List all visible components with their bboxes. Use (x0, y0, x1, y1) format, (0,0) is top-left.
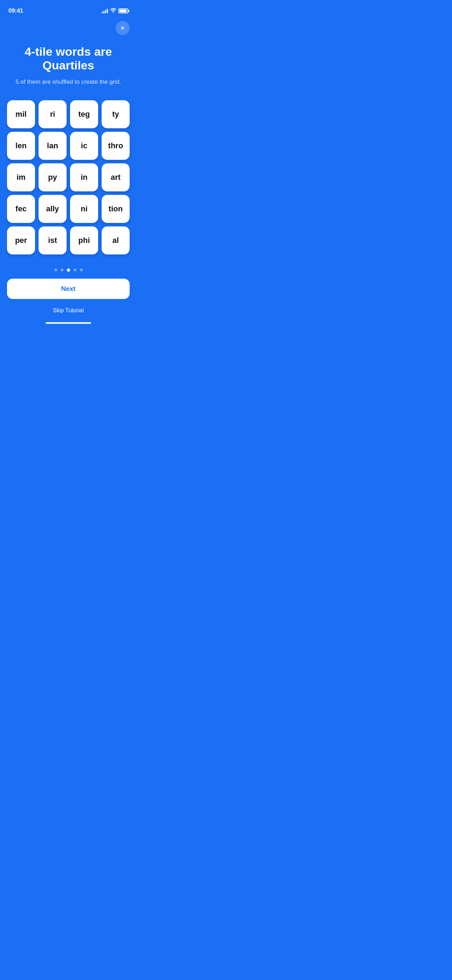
tile-grid: milritegtylenlanicthroimpyinartfecallyni… (7, 100, 130, 255)
tile-9[interactable]: im (7, 163, 35, 191)
signal-icon (102, 8, 108, 13)
tile-13[interactable]: fec (7, 195, 35, 223)
tile-19[interactable]: phi (70, 226, 98, 255)
tile-10[interactable]: py (38, 163, 67, 191)
tile-2[interactable]: ri (38, 100, 67, 128)
tile-4[interactable]: ty (102, 100, 130, 128)
tile-14[interactable]: ally (38, 195, 67, 223)
tile-7[interactable]: ic (70, 132, 98, 160)
tile-20[interactable]: al (102, 226, 130, 255)
status-time: 09:41 (8, 7, 23, 14)
tile-15[interactable]: ni (70, 195, 98, 223)
pagination (54, 269, 83, 272)
bottom-section: Next Skip Tutorial (0, 278, 137, 341)
pagination-dot-2[interactable] (67, 269, 70, 272)
tile-1[interactable]: mil (7, 100, 35, 128)
tile-8[interactable]: thro (102, 132, 130, 160)
battery-icon (118, 8, 128, 13)
pagination-dot-1[interactable] (60, 269, 64, 271)
status-bar: 09:41 (0, 0, 137, 17)
pagination-dot-4[interactable] (80, 269, 83, 271)
tile-16[interactable]: tion (102, 195, 130, 223)
tile-18[interactable]: ist (38, 226, 67, 255)
next-button[interactable]: Next (7, 278, 130, 299)
tile-5[interactable]: len (7, 132, 35, 160)
tile-3[interactable]: teg (70, 100, 98, 128)
main-title: 4-tile words are Quartiles (7, 45, 130, 72)
main-content: 4-tile words are Quartiles 5 of them are… (0, 17, 137, 269)
title-section: 4-tile words are Quartiles 5 of them are… (7, 45, 130, 86)
status-icons (102, 8, 128, 14)
pagination-dot-3[interactable] (73, 269, 76, 271)
tile-11[interactable]: in (70, 163, 98, 191)
tile-6[interactable]: lan (38, 132, 67, 160)
subtitle: 5 of them are shuffled to create the gri… (7, 78, 130, 86)
wifi-icon (110, 8, 116, 14)
close-button[interactable]: × (116, 21, 130, 35)
home-indicator (46, 322, 91, 324)
tile-17[interactable]: per (7, 226, 35, 255)
pagination-dot-0[interactable] (54, 269, 57, 271)
tile-12[interactable]: art (102, 163, 130, 191)
skip-tutorial-button[interactable]: Skip Tutorial (50, 305, 86, 317)
